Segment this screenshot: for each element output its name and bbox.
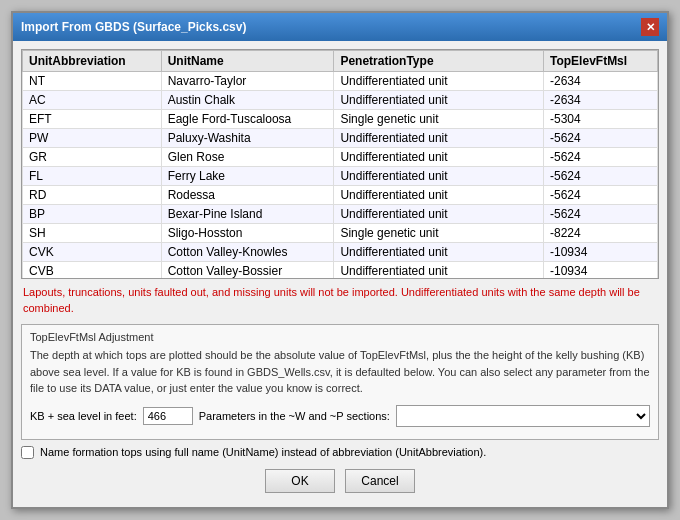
- ok-button[interactable]: OK: [265, 469, 335, 493]
- table-cell: -2634: [544, 72, 658, 91]
- table-row: CVKCotton Valley-KnowlesUndifferentiated…: [23, 243, 658, 262]
- table-cell: Undifferentiated unit: [334, 243, 544, 262]
- col-header-unitname: UnitName: [161, 51, 334, 72]
- table-cell: CVB: [23, 262, 162, 280]
- table-cell: Undifferentiated unit: [334, 72, 544, 91]
- adjustment-title: TopElevFtMsl Adjustment: [30, 331, 650, 343]
- table-cell: Bexar-Pine Island: [161, 205, 334, 224]
- col-header-topelevftmsl: TopElevFtMsl: [544, 51, 658, 72]
- table-cell: Single genetic unit: [334, 224, 544, 243]
- table-cell: Rodessa: [161, 186, 334, 205]
- table-cell: Undifferentiated unit: [334, 262, 544, 280]
- table-cell: Undifferentiated unit: [334, 167, 544, 186]
- table-cell: -8224: [544, 224, 658, 243]
- table-cell: -5624: [544, 129, 658, 148]
- table-row: SHSligo-HosstonSingle genetic unit-8224: [23, 224, 658, 243]
- close-button[interactable]: ✕: [641, 18, 659, 36]
- table-cell: Cotton Valley-Bossier: [161, 262, 334, 280]
- col-header-penetration: PenetrationType: [334, 51, 544, 72]
- table-cell: SH: [23, 224, 162, 243]
- table-cell: -5624: [544, 205, 658, 224]
- table-row: RDRodessaUndifferentiated unit-5624: [23, 186, 658, 205]
- table-cell: RD: [23, 186, 162, 205]
- data-table: UnitAbbreviation UnitName PenetrationTyp…: [22, 50, 658, 279]
- fullname-checkbox-label: Name formation tops using full name (Uni…: [40, 446, 486, 458]
- table-cell: -2634: [544, 91, 658, 110]
- table-row: CVBCotton Valley-BossierUndifferentiated…: [23, 262, 658, 280]
- table-cell: -5624: [544, 148, 658, 167]
- table-cell: BP: [23, 205, 162, 224]
- table-cell: Undifferentiated unit: [334, 148, 544, 167]
- table-cell: Austin Chalk: [161, 91, 334, 110]
- warning-message: Lapouts, truncations, units faulted out,…: [21, 279, 659, 320]
- params-label: Parameters in the ~W and ~P sections:: [199, 410, 390, 422]
- fullname-checkbox[interactable]: [21, 446, 34, 459]
- table-cell: -10934: [544, 243, 658, 262]
- import-dialog: Import From GBDS (Surface_Picks.csv) ✕ U…: [11, 11, 669, 508]
- table-cell: NT: [23, 72, 162, 91]
- table-cell: Single genetic unit: [334, 110, 544, 129]
- fullname-checkbox-row: Name formation tops using full name (Uni…: [21, 446, 659, 459]
- adjustment-group: TopElevFtMsl Adjustment The depth at whi…: [21, 324, 659, 440]
- table-cell: Glen Rose: [161, 148, 334, 167]
- title-bar: Import From GBDS (Surface_Picks.csv) ✕: [13, 13, 667, 41]
- col-header-abbreviation: UnitAbbreviation: [23, 51, 162, 72]
- data-table-container[interactable]: UnitAbbreviation UnitName PenetrationTyp…: [21, 49, 659, 279]
- table-cell: FL: [23, 167, 162, 186]
- kb-label: KB + sea level in feet:: [30, 410, 137, 422]
- table-cell: Paluxy-Washita: [161, 129, 334, 148]
- table-cell: CVK: [23, 243, 162, 262]
- table-cell: Ferry Lake: [161, 167, 334, 186]
- table-cell: EFT: [23, 110, 162, 129]
- table-cell: -5304: [544, 110, 658, 129]
- table-header-row: UnitAbbreviation UnitName PenetrationTyp…: [23, 51, 658, 72]
- params-select[interactable]: [396, 405, 650, 427]
- table-row: GRGlen RoseUndifferentiated unit-5624: [23, 148, 658, 167]
- table-row: PWPaluxy-WashitaUndifferentiated unit-56…: [23, 129, 658, 148]
- dialog-title: Import From GBDS (Surface_Picks.csv): [21, 20, 246, 34]
- button-row: OK Cancel: [21, 469, 659, 499]
- table-cell: -5624: [544, 167, 658, 186]
- table-cell: GR: [23, 148, 162, 167]
- cancel-button[interactable]: Cancel: [345, 469, 415, 493]
- table-cell: Undifferentiated unit: [334, 91, 544, 110]
- table-cell: Cotton Valley-Knowles: [161, 243, 334, 262]
- adjustment-description: The depth at which tops are plotted shou…: [30, 347, 650, 397]
- table-cell: Undifferentiated unit: [334, 205, 544, 224]
- table-cell: Undifferentiated unit: [334, 129, 544, 148]
- kb-row: KB + sea level in feet: Parameters in th…: [30, 405, 650, 427]
- table-row: NTNavarro-TaylorUndifferentiated unit-26…: [23, 72, 658, 91]
- table-row: ACAustin ChalkUndifferentiated unit-2634: [23, 91, 658, 110]
- table-cell: Sligo-Hosston: [161, 224, 334, 243]
- dialog-content: UnitAbbreviation UnitName PenetrationTyp…: [13, 41, 667, 506]
- kb-input[interactable]: [143, 407, 193, 425]
- table-row: EFTEagle Ford-TuscaloosaSingle genetic u…: [23, 110, 658, 129]
- table-cell: Eagle Ford-Tuscaloosa: [161, 110, 334, 129]
- table-cell: PW: [23, 129, 162, 148]
- table-cell: AC: [23, 91, 162, 110]
- table-cell: -10934: [544, 262, 658, 280]
- table-cell: Navarro-Taylor: [161, 72, 334, 91]
- table-cell: -5624: [544, 186, 658, 205]
- table-cell: Undifferentiated unit: [334, 186, 544, 205]
- table-row: FLFerry LakeUndifferentiated unit-5624: [23, 167, 658, 186]
- table-row: BPBexar-Pine IslandUndifferentiated unit…: [23, 205, 658, 224]
